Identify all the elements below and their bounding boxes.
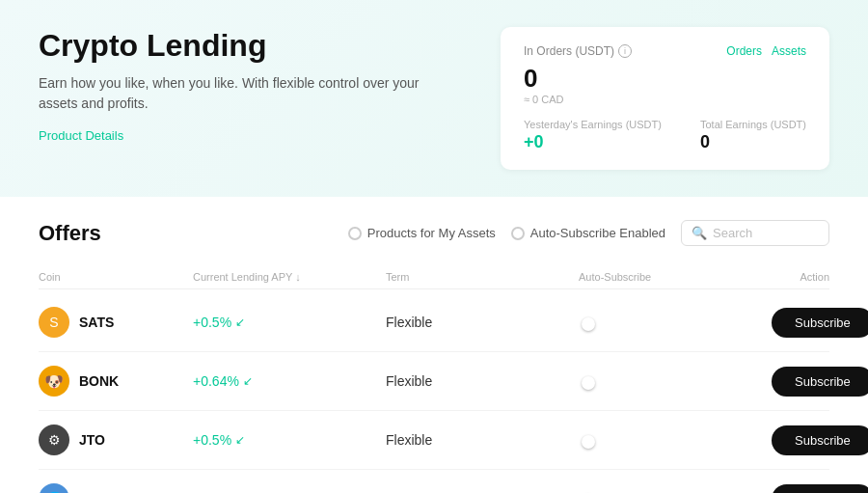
- filter-my-assets[interactable]: Products for My Assets: [348, 226, 496, 240]
- stats-top-row: In Orders (USDT) i Orders Assets: [524, 44, 806, 58]
- chart-icon: ↙: [235, 315, 245, 329]
- filter-auto-subscribe[interactable]: Auto-Subscribe Enabled: [511, 226, 665, 240]
- term-value-bonk: Flexible: [386, 373, 579, 389]
- auto-subscribe-toggle-bonk[interactable]: [579, 373, 772, 389]
- hero-left: Crypto Lending Earn how you like, when y…: [39, 27, 462, 143]
- filter-my-assets-label: Products for My Assets: [367, 226, 496, 240]
- coin-cell-jto: ⚙ JTO: [39, 425, 193, 455]
- filter-auto-subscribe-label: Auto-Subscribe Enabled: [530, 226, 665, 240]
- in-orders-sub: ≈ 0 CAD: [524, 94, 806, 105]
- term-value-jto: Flexible: [386, 432, 579, 448]
- radio-auto-subscribe: [511, 227, 525, 240]
- subscribe-button-ustc[interactable]: Subscribe: [772, 484, 868, 493]
- offers-section: Offers Products for My Assets Auto-Subsc…: [0, 197, 868, 493]
- in-orders-label: In Orders (USDT) i: [524, 44, 632, 58]
- table-row: S SATS +0.5% ↙ Flexible Subscribe: [39, 293, 829, 352]
- col-auto-subscribe-header: Auto-Subscribe: [579, 271, 772, 283]
- total-value: 0: [700, 132, 710, 151]
- action-cell-jto: Subscribe: [772, 425, 868, 455]
- assets-link[interactable]: Assets: [772, 44, 806, 58]
- term-value-sats: Flexible: [386, 315, 579, 330]
- subscribe-button-sats[interactable]: Subscribe: [772, 308, 868, 338]
- action-cell-bonk: Subscribe: [772, 367, 868, 397]
- radio-my-assets: [348, 227, 362, 240]
- coin-name-sats: SATS: [79, 315, 114, 330]
- total-label: Total Earnings (USDT): [700, 119, 806, 130]
- total-earnings: Total Earnings (USDT) 0: [700, 119, 806, 152]
- subscribe-button-jto[interactable]: Subscribe: [772, 425, 868, 455]
- col-term-header: Term: [386, 271, 579, 283]
- search-input[interactable]: [713, 226, 819, 240]
- orders-link[interactable]: Orders: [726, 44, 762, 58]
- stats-links: Orders Assets: [726, 44, 806, 58]
- table-row: 🌐 USTC +0.5% ↙ Flexible Subscribe: [39, 470, 829, 493]
- apy-value-bonk: +0.64% ↙: [193, 373, 386, 389]
- coin-cell-ustc: 🌐 USTC: [39, 483, 193, 493]
- col-action-header: Action: [772, 271, 829, 283]
- coin-icon-bonk: 🐶: [39, 366, 69, 397]
- subscribe-button-bonk[interactable]: Subscribe: [772, 367, 868, 397]
- auto-subscribe-toggle-sats[interactable]: [579, 315, 772, 330]
- offers-title: Offers: [39, 221, 101, 246]
- info-icon[interactable]: i: [618, 44, 632, 58]
- search-box: 🔍: [681, 220, 829, 246]
- product-details-link[interactable]: Product Details: [39, 128, 123, 143]
- action-cell-sats: Subscribe: [772, 308, 868, 338]
- col-coin-header: Coin: [39, 271, 193, 283]
- hero-section: Crypto Lending Earn how you like, when y…: [0, 0, 868, 197]
- yesterday-value: +0: [524, 132, 544, 151]
- hero-subtitle: Earn how you like, when you like. With f…: [39, 73, 444, 114]
- earnings-row: Yesterday's Earnings (USDT) +0 Total Ear…: [524, 119, 806, 152]
- yesterday-label: Yesterday's Earnings (USDT): [524, 119, 662, 130]
- coin-name-bonk: BONK: [79, 373, 119, 389]
- action-cell-ustc: Subscribe: [772, 484, 868, 493]
- table-row: 🐶 BONK +0.64% ↙ Flexible Subscribe: [39, 352, 829, 411]
- coin-cell-sats: S SATS: [39, 307, 193, 338]
- coin-icon-ustc: 🌐: [39, 483, 69, 493]
- stats-card: In Orders (USDT) i Orders Assets 0 ≈ 0 C…: [501, 27, 829, 170]
- auto-subscribe-toggle-jto[interactable]: [579, 432, 772, 448]
- chart-icon: ↙: [235, 433, 245, 447]
- search-icon: 🔍: [692, 226, 707, 240]
- coin-icon-sats: S: [39, 307, 69, 338]
- col-apy-header: Current Lending APY ↓: [193, 271, 386, 283]
- in-orders-value: 0: [524, 64, 806, 94]
- page-title: Crypto Lending: [39, 27, 462, 64]
- coin-name-jto: JTO: [79, 432, 105, 448]
- yesterday-earnings: Yesterday's Earnings (USDT) +0: [524, 119, 662, 152]
- offers-filters: Products for My Assets Auto-Subscribe En…: [348, 220, 829, 246]
- table-body: S SATS +0.5% ↙ Flexible Subscribe 🐶 BONK: [39, 293, 829, 493]
- chart-icon: ↙: [243, 374, 253, 388]
- apy-value-jto: +0.5% ↙: [193, 432, 386, 448]
- offers-header: Offers Products for My Assets Auto-Subsc…: [39, 220, 829, 246]
- table-header: Coin Current Lending APY ↓ Term Auto-Sub…: [39, 265, 829, 289]
- coin-icon-jto: ⚙: [39, 425, 69, 455]
- coin-cell-bonk: 🐶 BONK: [39, 366, 193, 397]
- apy-value-sats: +0.5% ↙: [193, 315, 386, 330]
- table-row: ⚙ JTO +0.5% ↙ Flexible Subscribe: [39, 411, 829, 470]
